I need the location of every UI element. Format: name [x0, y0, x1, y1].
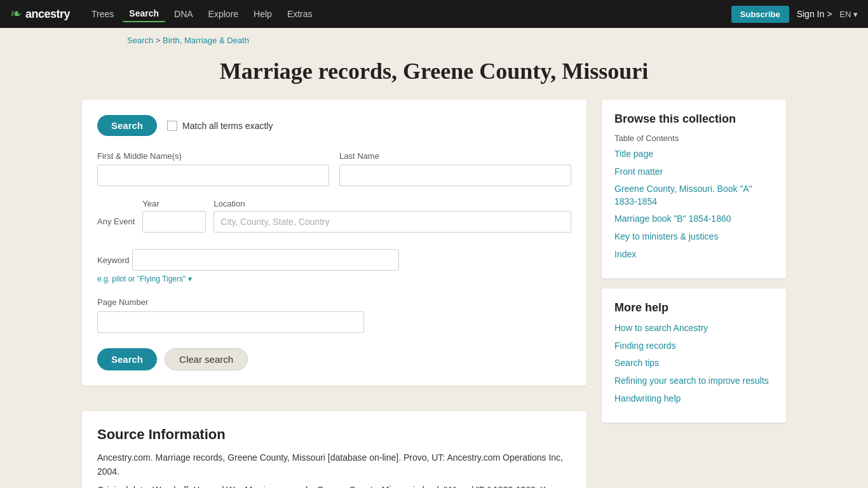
first-name-group: First & Middle Name(s): [97, 151, 329, 186]
toc-link-book-b[interactable]: Marriage book "B" 1854-1860: [614, 213, 773, 226]
toc-link-title-page[interactable]: Title page: [614, 148, 773, 161]
nav-right: Subscribe Sign In > EN ▾: [731, 6, 858, 23]
match-label[interactable]: Match all terms exactly: [167, 121, 273, 131]
search-bottom-button[interactable]: Search: [97, 348, 157, 370]
source-text-line2: Original data: Woodruff, Howard W.,. Mar…: [97, 483, 571, 488]
breadcrumb: Search > Birth, Marriage & Death: [0, 28, 868, 48]
nav-links: Trees Search DNA Explore Help Extras: [85, 6, 731, 22]
event-row: Any Event Year Location: [97, 199, 571, 233]
search-panel: Search Match all terms exactly First & M…: [82, 100, 587, 386]
last-name-label: Last Name: [339, 151, 571, 161]
sidebar: Browse this collection Table of Contents…: [602, 100, 786, 488]
event-fields: Year Location: [142, 199, 571, 233]
toc-link-book-a[interactable]: Greene County, Missouri. Book "A" 1833-1…: [614, 183, 773, 208]
browse-card: Browse this collection Table of Contents…: [602, 100, 786, 278]
toc-label: Table of Contents: [614, 133, 773, 143]
left-column: Search Match all terms exactly First & M…: [82, 100, 587, 488]
browse-title: Browse this collection: [614, 112, 773, 126]
help-link-finding-records[interactable]: Finding records: [614, 340, 773, 353]
year-label: Year: [142, 199, 206, 208]
search-top-row: Search Match all terms exactly: [97, 115, 571, 136]
nav-explore[interactable]: Explore: [202, 6, 245, 22]
toc-link-front-matter[interactable]: Front matter: [614, 166, 773, 179]
keyword-section: Keyword e.g. pilot or "Flying Tigers" ▾: [97, 245, 571, 283]
event-sublabels: Year Location: [142, 199, 571, 208]
toc-link-index[interactable]: Index: [614, 248, 773, 261]
source-text-line1: Ancestry.com. Marriage records, Greene C…: [97, 451, 571, 479]
main-layout: Search Match all terms exactly First & M…: [72, 100, 796, 488]
keyword-label: Keyword: [97, 255, 130, 265]
location-input[interactable]: [214, 211, 571, 233]
match-checkbox[interactable]: [167, 121, 177, 131]
help-title: More help: [614, 301, 773, 315]
language-selector[interactable]: EN ▾: [839, 10, 858, 19]
page-number-label: Page Number: [97, 297, 148, 307]
subscribe-button[interactable]: Subscribe: [731, 6, 789, 23]
help-link-refining[interactable]: Refining your search to improve results: [614, 375, 773, 388]
help-link-how-to-search[interactable]: How to search Ancestry: [614, 322, 773, 335]
page-number-input[interactable]: [97, 311, 364, 333]
location-label: Location: [214, 199, 571, 208]
event-inputs: [142, 211, 571, 233]
nav-extras[interactable]: Extras: [281, 6, 319, 22]
page-title: Marriage records, Greene County, Missour…: [0, 58, 868, 85]
ancestry-leaf-icon: ❧: [10, 6, 22, 22]
bottom-buttons: Search Clear search: [97, 348, 571, 370]
help-link-search-tips[interactable]: Search tips: [614, 357, 773, 370]
logo-text: ancestry: [25, 8, 70, 21]
first-name-label: First & Middle Name(s): [97, 151, 329, 161]
keyword-input[interactable]: [132, 249, 399, 271]
logo[interactable]: ❧ ancestry: [10, 6, 70, 22]
source-info: Source Information Ancestry.com. Marriag…: [82, 411, 587, 488]
help-link-handwriting[interactable]: Handwriting help: [614, 393, 773, 405]
first-name-input[interactable]: [97, 165, 329, 186]
breadcrumb-current[interactable]: Birth, Marriage & Death: [163, 36, 249, 45]
toc-link-key[interactable]: Key to ministers & justices: [614, 231, 773, 243]
page-number-section: Page Number: [97, 296, 571, 333]
nav-help[interactable]: Help: [247, 6, 278, 22]
nav-trees[interactable]: Trees: [85, 6, 120, 22]
name-row: First & Middle Name(s) Last Name: [97, 151, 571, 186]
nav-dna[interactable]: DNA: [168, 6, 200, 22]
search-top-button[interactable]: Search: [97, 115, 157, 136]
match-label-text: Match all terms exactly: [182, 121, 273, 131]
breadcrumb-search[interactable]: Search: [127, 36, 153, 45]
last-name-group: Last Name: [339, 151, 571, 186]
nav-search[interactable]: Search: [123, 6, 165, 22]
clear-search-button[interactable]: Clear search: [165, 348, 248, 370]
any-event-label: Any Event: [97, 199, 135, 226]
year-input[interactable]: [142, 211, 206, 233]
last-name-input[interactable]: [339, 165, 571, 186]
keyword-hint[interactable]: e.g. pilot or "Flying Tigers" ▾: [97, 274, 571, 283]
help-card: More help How to search Ancestry Finding…: [602, 288, 786, 423]
main-nav: ❧ ancestry Trees Search DNA Explore Help…: [0, 0, 868, 28]
breadcrumb-separator: >: [153, 36, 163, 45]
source-info-title: Source Information: [97, 426, 571, 443]
signin-link[interactable]: Sign In >: [797, 9, 832, 19]
